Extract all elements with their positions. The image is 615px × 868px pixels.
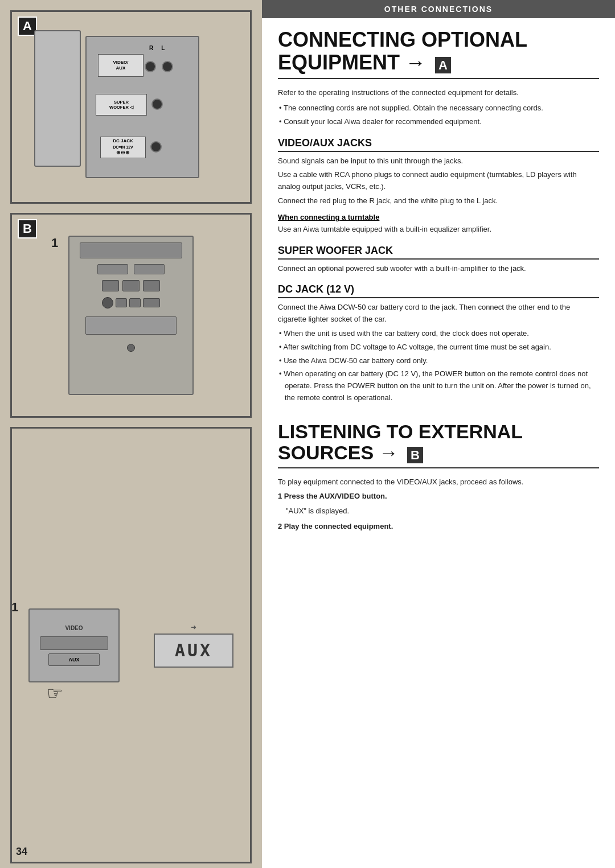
sw-jack-circle: [151, 98, 163, 110]
device-c-slot-1: [40, 636, 108, 650]
section1-intro: Sound signals can be input to this unit …: [278, 155, 599, 167]
content-area: CONNECTING OPTIONAL EQUIPMENT → A Refer …: [262, 18, 615, 857]
speaker-left: [34, 30, 81, 167]
rl-circles: [145, 61, 173, 72]
diagram-b: B 1: [10, 213, 252, 418]
title-label-a: A: [435, 57, 451, 73]
diagram-c-num: 1: [11, 600, 18, 615]
unit-b-knob: [102, 297, 113, 308]
section1-line2: Connect the red plug to the R jack, and …: [278, 195, 599, 207]
section4-step1-bold: 1 Press the AUX/VIDEO button.: [278, 490, 599, 503]
rl-label: R L: [149, 45, 165, 51]
unit-b-slot-5: [129, 298, 141, 307]
title4-line2: SOURCES →: [278, 442, 399, 463]
diagram-c: 1 VIDEO AUX ☞ ➜ AUX: [10, 427, 252, 863]
diagram-c-wrap: 1 VIDEO AUX ☞ ➜ AUX: [17, 600, 245, 691]
r-label: R: [149, 45, 153, 51]
main-title-a: CONNECTING OPTIONAL EQUIPMENT → A: [278, 28, 599, 73]
left-panel: A R L VIDEO/AUX SUPERWOOFER ◁: [0, 0, 262, 868]
unit-b-btn-3: [143, 280, 160, 291]
super-woofer-box: SUPERWOOFER ◁: [96, 94, 147, 116]
title4-divider: [278, 467, 599, 468]
page-number: 34: [16, 846, 27, 858]
unit-b-device: [68, 236, 194, 395]
section3-bullet2: • After switching from DC voltage to AC …: [278, 342, 599, 353]
unit-b-slot-3: [134, 264, 165, 274]
section1-sub-text: Use an Aiwa turntable equipped with a bu…: [278, 224, 599, 236]
title-divider: [278, 78, 599, 79]
section1-line1: Use a cable with RCA phono plugs to conn…: [278, 169, 599, 193]
unit-b-btn-1: [102, 280, 119, 291]
unit-b-slot-4: [116, 298, 127, 307]
aux-label: AUX: [48, 653, 100, 666]
dc-jack-circle: [150, 141, 162, 153]
title4-label: B: [407, 447, 423, 463]
unit-b-btn-2: [122, 280, 140, 291]
intro-text: Refer to the operating instructions of t…: [278, 87, 599, 99]
unit-b-slot-1: [80, 242, 182, 258]
section1-sub-title: When connecting a turntable: [278, 213, 599, 221]
step1-bold-text: 1 Press the AUX/VIDEO button.: [278, 492, 387, 500]
bullet1-text: • The connecting cords are not supplied.…: [278, 102, 599, 114]
dc-jack-label: DC JACK: [113, 138, 133, 144]
diagram-a-illustration: R L VIDEO/AUX SUPERWOOFER ◁ DC JACK DC=I…: [34, 24, 228, 190]
section3-bullet3: • Use the Aiwa DCW-50 car battery cord o…: [278, 355, 599, 367]
section-dc-jack-title: DC JACK (12 V): [278, 283, 599, 298]
header-bar: OTHER CONNECTIONS: [262, 0, 615, 18]
display-box: AUX: [154, 633, 233, 668]
section4-step1-sub: "AUX" is displayed.: [278, 505, 599, 517]
arrow-label: ➜: [191, 623, 196, 631]
title-line2: EQUIPMENT →: [278, 51, 426, 74]
display-text: AUX: [175, 640, 212, 660]
section3-text: Connect the Aiwa DCW-50 car battery cord…: [278, 302, 599, 326]
device-c-left: VIDEO AUX ☞: [28, 608, 120, 682]
video-aux-box: VIDEO/AUX: [98, 54, 144, 77]
section4-intro: To play equipment connected to the VIDEO…: [278, 476, 599, 488]
dc-symbols: ⊕⊖⊕: [116, 150, 130, 157]
section2-text: Connect an optional powered sub woofer w…: [278, 263, 599, 275]
right-panel: OTHER CONNECTIONS CONNECTING OPTIONAL EQ…: [262, 0, 615, 868]
title4-line1: LISTENING TO EXTERNAL: [278, 421, 523, 442]
unit-b-num: 1: [51, 236, 58, 250]
section4-step2: 2 Play the connected equipment.: [278, 520, 599, 533]
label-b: B: [18, 219, 37, 238]
section-listening-title: LISTENING TO EXTERNAL SOURCES → B: [278, 421, 599, 464]
dc-jack-box: DC JACK DC=IN 12V ⊕⊖⊕: [100, 137, 146, 158]
unit-b-slot-2: [97, 264, 128, 274]
title-line1: CONNECTING OPTIONAL: [278, 28, 527, 51]
video-label: VIDEO: [65, 625, 83, 631]
unit-b-knob-2: [127, 344, 135, 352]
bullet2-text: • Consult your local Aiwa dealer for rec…: [278, 116, 599, 128]
unit-b-slot-6: [143, 298, 160, 307]
hand-pointer-icon: ☞: [47, 682, 63, 704]
diagram-a: A R L VIDEO/AUX SUPERWOOFER ◁: [10, 10, 252, 204]
header-label: OTHER CONNECTIONS: [384, 5, 493, 14]
section3-bullet1: • When the unit is used with the car bat…: [278, 328, 599, 340]
l-jack-circle: [162, 61, 173, 72]
section-super-woofer-title: SUPER WOOFER JACK: [278, 245, 599, 260]
section3-bullet4: • When operating on car battery (DC 12 V…: [278, 368, 599, 404]
section-video-aux-title: VIDEO/AUX JACKS: [278, 137, 599, 152]
unit-b-slot-7: [85, 316, 177, 335]
l-label: L: [161, 45, 165, 51]
r-jack-circle: [145, 61, 156, 72]
main-unit-a: R L VIDEO/AUX SUPERWOOFER ◁ DC JACK DC=I…: [85, 36, 199, 178]
step2-text: 2 Play the connected equipment.: [278, 522, 393, 530]
dc-in-label: DC=IN 12V: [113, 145, 133, 150]
